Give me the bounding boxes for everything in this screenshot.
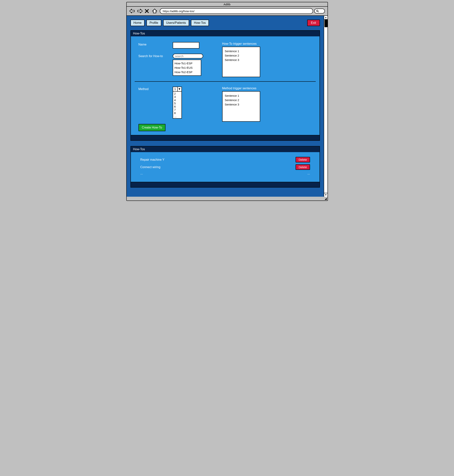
browser-window: Adilib Home Profile Users/Patients How-T… <box>126 2 328 201</box>
method-combo[interactable]: 1 ▼ <box>173 87 182 92</box>
forward-button[interactable] <box>137 8 144 14</box>
list-item[interactable]: Sentence 1 <box>225 94 257 98</box>
search-icon <box>316 10 319 12</box>
list-item[interactable]: 5 <box>174 102 180 105</box>
back-button[interactable] <box>129 8 136 14</box>
list-item[interactable]: 6 <box>174 105 180 108</box>
list-item[interactable]: Sentence 3 <box>225 102 257 107</box>
list-item[interactable]: 4 <box>174 98 180 102</box>
howto-name: ... <box>140 172 143 175</box>
panel-title: How-Tos <box>130 146 320 152</box>
table-row: Repair machine Y Delete <box>140 156 310 163</box>
vertical-scrollbar[interactable] <box>324 16 327 197</box>
search-label: Search for How-to <box>138 54 169 58</box>
howto-name: Repair machine Y <box>140 158 165 162</box>
scroll-down-button[interactable] <box>324 193 327 197</box>
panel-footer <box>130 182 320 187</box>
name-label: Name <box>138 42 169 46</box>
main-nav: Home Profile Users/Patients How-Tos Exit <box>130 20 320 26</box>
list-item[interactable]: How-To1-EUS <box>174 65 199 70</box>
window-title: Adilib <box>127 2 327 7</box>
ellipsis: ... <box>307 172 310 175</box>
arrow-left-icon <box>129 9 135 13</box>
name-input[interactable] <box>173 42 199 48</box>
delete-button[interactable]: Delete <box>295 157 310 162</box>
list-item[interactable]: Sentence 2 <box>225 98 257 102</box>
method-label: Method <box>138 87 169 91</box>
svg-point-0 <box>317 10 318 12</box>
list-item[interactable]: How-To1-ESP <box>174 61 199 65</box>
howto-search-results: How-To1-ESP How-To1-EUS How-To2-ESP <box>173 60 201 76</box>
method-trigger-label: Method trigger sentences <box>222 87 312 90</box>
panel-footer <box>130 135 320 141</box>
howto-name: Connect wiring <box>140 165 160 169</box>
scrollbar-track[interactable] <box>324 20 327 193</box>
browser-search[interactable] <box>314 8 325 14</box>
resize-grip[interactable]: ◢ <box>127 197 327 201</box>
chevron-up-icon <box>325 17 327 18</box>
home-button[interactable] <box>152 8 159 14</box>
chevron-down-icon: ▼ <box>178 87 182 91</box>
table-row: ... ... <box>140 171 310 176</box>
tab-how-tos[interactable]: How-Tos <box>191 20 209 26</box>
browser-toolbar <box>127 7 327 16</box>
chevron-down-icon <box>325 194 327 196</box>
page-content: Home Profile Users/Patients How-Tos Exit… <box>127 16 324 197</box>
list-item[interactable]: 2 <box>174 92 180 95</box>
home-icon <box>152 8 157 14</box>
list-item[interactable]: Sentence 1 <box>225 49 257 53</box>
howto-trigger-list[interactable]: Sentence 1 Sentence 2 Sentence 3 <box>222 47 260 77</box>
list-item[interactable]: ... <box>174 115 180 118</box>
svg-line-1 <box>318 11 318 12</box>
method-selected: 1 <box>173 87 178 91</box>
stop-button[interactable] <box>144 8 151 14</box>
list-item[interactable]: How-To2-ESP <box>174 70 199 74</box>
howto-editor-panel: How-Tos Name How-To trigger sentences Se… <box>130 30 320 141</box>
list-item[interactable]: Sentence 3 <box>225 58 257 62</box>
url-input[interactable] <box>160 8 313 14</box>
tab-users-patients[interactable]: Users/Patients <box>163 20 189 26</box>
method-trigger-list[interactable]: Sentence 1 Sentence 2 Sentence 3 <box>222 91 260 122</box>
tab-home[interactable]: Home <box>130 20 145 26</box>
exit-button[interactable]: Exit <box>307 20 320 26</box>
tab-profile[interactable]: Profile <box>146 20 161 26</box>
howto-list-panel: How-Tos Repair machine Y Delete Connect … <box>130 146 320 187</box>
scrollbar-thumb[interactable] <box>325 20 327 27</box>
arrow-right-icon <box>137 9 143 13</box>
close-icon <box>144 9 149 13</box>
howto-search-input[interactable] <box>175 55 211 58</box>
howto-trigger-label: How-To trigger sentences <box>222 42 312 46</box>
create-howto-button[interactable]: Create How-To <box>138 124 166 131</box>
howto-search[interactable] <box>173 54 203 58</box>
scroll-up-button[interactable] <box>324 16 327 20</box>
panel-title: How-Tos <box>130 30 320 36</box>
list-item[interactable]: Sentence 2 <box>225 53 257 58</box>
divider <box>135 81 316 82</box>
list-item[interactable]: 3 <box>174 95 180 98</box>
list-item[interactable]: 8 <box>174 111 180 115</box>
list-item[interactable]: 7 <box>174 108 180 111</box>
table-row: Connect wiring Delete <box>140 163 310 171</box>
method-options: 2 3 4 5 6 7 8 ... <box>173 92 182 119</box>
delete-button[interactable]: Delete <box>295 164 310 170</box>
